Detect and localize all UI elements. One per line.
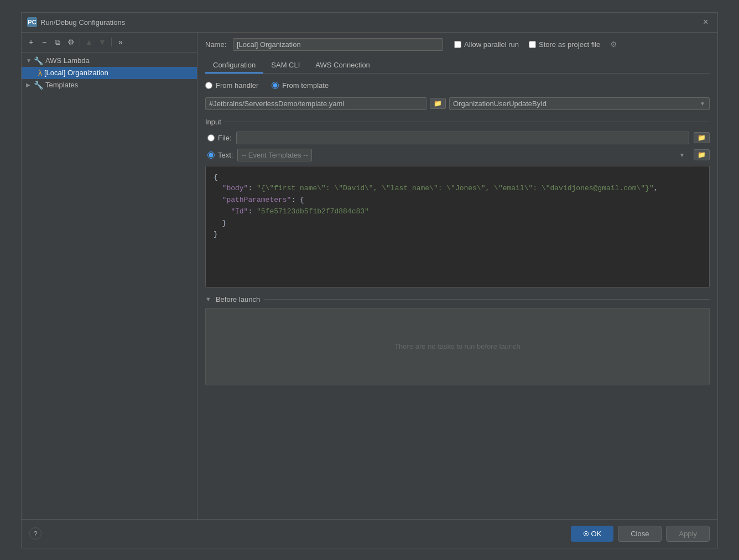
json-code-editor[interactable]: { "body": "{\"first_name\": \"David\", \… bbox=[205, 166, 710, 287]
from-handler-radio-label[interactable]: From handler bbox=[205, 81, 258, 90]
cancel-button[interactable]: Close bbox=[618, 526, 662, 542]
code-line-5: } bbox=[214, 218, 701, 229]
ok-label: OK bbox=[591, 530, 601, 538]
before-launch-content: There are no tasks to run before launch bbox=[205, 308, 710, 385]
left-toolbar: + − ⧉ ⚙ ▲ ▼ » bbox=[22, 33, 197, 53]
dialog-title: Run/Debug Configurations bbox=[40, 18, 125, 27]
templates-group-arrow: ▶ bbox=[26, 82, 34, 88]
config-content: From handler From template 📁 O bbox=[205, 81, 710, 514]
code-line-4: "Id": "5fe57123db5f1b2f7d884c83" bbox=[214, 206, 701, 218]
store-project-label: Store as project file bbox=[539, 40, 600, 49]
code-line-3: "pathParameters": { bbox=[214, 195, 701, 206]
app-icon: PC bbox=[27, 17, 37, 27]
from-template-radio[interactable] bbox=[272, 82, 279, 89]
template-browse-button[interactable]: 📁 bbox=[430, 98, 446, 109]
checkboxes-group: Allow parallel run Store as project file… bbox=[454, 40, 617, 49]
event-templates-wrapper: -- Event Templates -- bbox=[237, 149, 689, 161]
remove-config-button[interactable]: − bbox=[38, 36, 50, 48]
title-bar: PC Run/Debug Configurations × bbox=[22, 13, 717, 33]
function-select[interactable]: OrganizationUserUpdateById OrganizationU… bbox=[449, 97, 710, 110]
from-handler-label: From handler bbox=[216, 81, 258, 90]
move-down-button[interactable]: ▼ bbox=[96, 36, 108, 48]
before-launch-collapse-icon[interactable]: ▼ bbox=[205, 296, 211, 302]
lambda-group-icon: 🔧 bbox=[34, 56, 43, 65]
file-browse-button[interactable]: 📁 bbox=[694, 132, 710, 143]
template-path-input[interactable] bbox=[205, 97, 426, 110]
input-section-header: Input bbox=[205, 118, 710, 126]
file-radio-label[interactable]: File: bbox=[207, 134, 232, 142]
ok-icon: ⦿ bbox=[583, 531, 589, 537]
add-config-button[interactable]: + bbox=[25, 36, 37, 48]
parallel-run-checkbox-label[interactable]: Allow parallel run bbox=[454, 40, 519, 49]
before-launch-section: ▼ Before launch There are no tasks to ru… bbox=[205, 295, 710, 385]
from-template-label: From template bbox=[282, 81, 329, 90]
run-debug-dialog: PC Run/Debug Configurations × + − ⧉ ⚙ ▲ … bbox=[21, 12, 718, 548]
file-folder-icon: 📁 bbox=[698, 134, 706, 142]
toolbar-separator bbox=[80, 38, 80, 46]
tab-sam-cli[interactable]: SAM CLI bbox=[263, 57, 308, 74]
templates-group-label: Templates bbox=[45, 81, 78, 89]
name-input[interactable] bbox=[233, 38, 443, 51]
tab-configuration[interactable]: Configuration bbox=[205, 57, 263, 74]
toolbar-separator-2 bbox=[111, 38, 112, 46]
title-bar-left: PC Run/Debug Configurations bbox=[27, 17, 125, 27]
folder-icon: 📁 bbox=[434, 100, 442, 107]
file-label: File: bbox=[218, 134, 232, 142]
text-radio-label[interactable]: Text: bbox=[207, 151, 233, 159]
template-path-row: 📁 OrganizationUserUpdateById Organizatio… bbox=[205, 97, 710, 110]
before-launch-header-line bbox=[264, 299, 710, 300]
templates-group-icon: 🔧 bbox=[34, 81, 43, 90]
ok-button[interactable]: ⦿ OK bbox=[571, 526, 613, 542]
text-input-row: Text: -- Event Templates -- 📁 bbox=[205, 149, 710, 161]
store-project-checkbox[interactable] bbox=[529, 41, 536, 48]
before-launch-label: Before launch bbox=[216, 295, 260, 303]
no-tasks-label: There are no tasks to run before launch bbox=[394, 342, 521, 350]
local-org-label: [Local] Organization bbox=[44, 69, 108, 77]
help-button[interactable]: ? bbox=[29, 527, 41, 540]
parallel-run-label: Allow parallel run bbox=[464, 40, 519, 49]
apply-button[interactable]: Apply bbox=[666, 526, 710, 542]
config-settings-icon[interactable]: ⚙ bbox=[610, 40, 617, 49]
action-buttons: ⦿ OK Close Apply bbox=[571, 526, 710, 542]
move-up-button[interactable]: ▲ bbox=[83, 36, 95, 48]
name-label: Name: bbox=[205, 40, 227, 49]
tab-aws-connection[interactable]: AWS Connection bbox=[308, 57, 378, 74]
main-content: + − ⧉ ⚙ ▲ ▼ » ▼ 🔧 AWS Lambda λ bbox=[22, 33, 717, 519]
file-path-input[interactable] bbox=[236, 132, 689, 144]
parallel-run-checkbox[interactable] bbox=[454, 41, 461, 48]
copy-config-button[interactable]: ⧉ bbox=[51, 36, 64, 48]
bottom-bar: ? ⦿ OK Close Apply bbox=[22, 519, 717, 548]
text-radio[interactable] bbox=[207, 151, 215, 159]
function-select-wrapper: OrganizationUserUpdateById OrganizationU… bbox=[449, 97, 710, 110]
code-line-2: "body": "{\"first_name\": \"David\", \"l… bbox=[214, 183, 701, 195]
event-templates-select[interactable]: -- Event Templates -- bbox=[237, 149, 312, 161]
code-line-1: { bbox=[214, 172, 701, 184]
lambda-config-icon: λ bbox=[38, 69, 42, 77]
right-panel: Name: Allow parallel run Store as projec… bbox=[197, 33, 717, 519]
text-browse-button[interactable]: 📁 bbox=[694, 149, 710, 160]
name-row: Name: Allow parallel run Store as projec… bbox=[205, 38, 710, 51]
close-icon[interactable]: × bbox=[703, 18, 712, 27]
text-label: Text: bbox=[218, 151, 233, 159]
source-radio-row: From handler From template bbox=[205, 81, 710, 90]
code-line-6: } bbox=[214, 229, 701, 240]
input-header-line bbox=[225, 122, 710, 122]
config-tree: ▼ 🔧 AWS Lambda λ [Local] Organization ▶ … bbox=[22, 53, 197, 519]
text-folder-icon: 📁 bbox=[698, 151, 706, 159]
from-handler-radio[interactable] bbox=[205, 82, 212, 89]
tree-group-templates[interactable]: ▶ 🔧 Templates bbox=[22, 79, 197, 91]
tree-item-local-organization[interactable]: λ [Local] Organization bbox=[22, 67, 197, 79]
lambda-group-label: AWS Lambda bbox=[45, 56, 90, 65]
store-project-checkbox-label[interactable]: Store as project file bbox=[529, 40, 600, 49]
lambda-group-arrow: ▼ bbox=[26, 57, 34, 64]
from-template-radio-label[interactable]: From template bbox=[272, 81, 329, 90]
tabs-bar: Configuration SAM CLI AWS Connection bbox=[205, 57, 710, 74]
file-radio[interactable] bbox=[207, 134, 215, 142]
tree-group-aws-lambda[interactable]: ▼ 🔧 AWS Lambda bbox=[22, 55, 197, 67]
input-header-label: Input bbox=[205, 118, 221, 126]
more-button[interactable]: » bbox=[115, 36, 127, 48]
left-panel: + − ⧉ ⚙ ▲ ▼ » ▼ 🔧 AWS Lambda λ bbox=[22, 33, 197, 519]
before-launch-header: ▼ Before launch bbox=[205, 295, 710, 303]
settings-config-button[interactable]: ⚙ bbox=[65, 36, 77, 48]
file-input-row: File: 📁 bbox=[205, 132, 710, 144]
